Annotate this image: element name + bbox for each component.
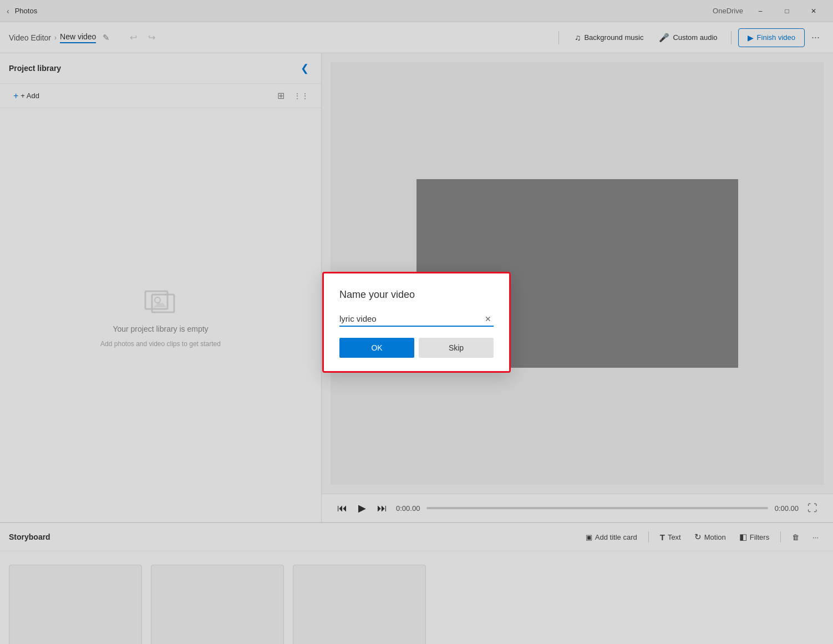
dialog-buttons: OK Skip xyxy=(339,338,494,358)
video-name-input[interactable] xyxy=(339,312,494,327)
name-video-dialog: Name your video ✕ OK Skip xyxy=(322,272,511,373)
clear-input-button[interactable]: ✕ xyxy=(482,313,494,324)
dialog-overlay: Name your video ✕ OK Skip xyxy=(0,0,833,644)
dialog-input-wrapper: ✕ xyxy=(339,312,494,327)
dialog-title: Name your video xyxy=(339,289,494,301)
ok-button[interactable]: OK xyxy=(339,338,414,358)
skip-button[interactable]: Skip xyxy=(419,338,494,358)
